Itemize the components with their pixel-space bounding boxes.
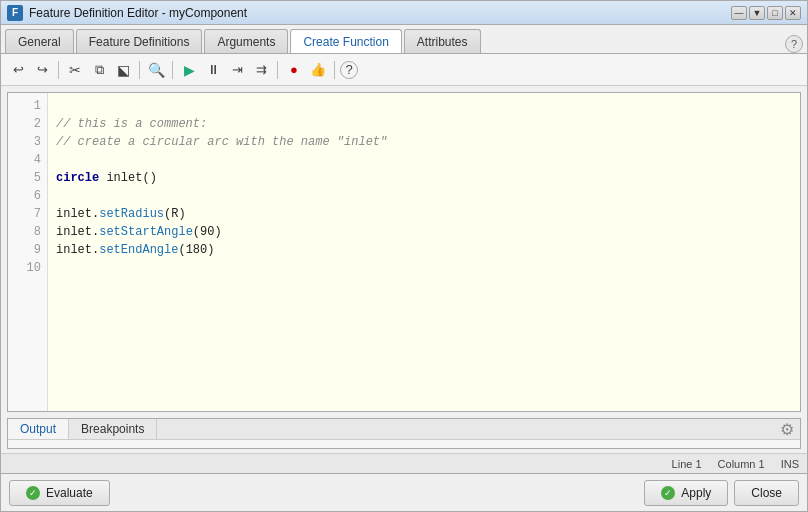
debug-button[interactable]: 👍 <box>307 59 329 81</box>
tab-arguments[interactable]: Arguments <box>204 29 288 53</box>
title-controls: — ▼ □ ✕ <box>731 6 801 20</box>
code-line-5: circle inlet() <box>56 169 792 187</box>
toolbar-sep-5 <box>334 61 335 79</box>
close-button[interactable]: ✕ <box>785 6 801 20</box>
tab-breakpoints[interactable]: Breakpoints <box>69 419 157 439</box>
code-editor[interactable]: 1 2 3 4 5 6 7 8 9 10 // this is a commen… <box>7 92 801 412</box>
evaluate-icon: ✓ <box>26 486 40 500</box>
line-num-8: 8 <box>8 223 47 241</box>
code-line-4 <box>56 151 792 169</box>
line-num-9: 9 <box>8 241 47 259</box>
toolbar-sep-4 <box>277 61 278 79</box>
breakpoint-button[interactable]: ● <box>283 59 305 81</box>
window-title: Feature Definition Editor - myComponent <box>29 6 731 20</box>
line-num-1: 1 <box>8 97 47 115</box>
toolbar-sep-3 <box>172 61 173 79</box>
output-tab-row: Output Breakpoints ⚙ <box>8 419 800 440</box>
undo-button[interactable]: ↩ <box>7 59 29 81</box>
toolbar-sep-2 <box>139 61 140 79</box>
minimize-button[interactable]: — <box>731 6 747 20</box>
tab-feature-definitions[interactable]: Feature Definitions <box>76 29 203 53</box>
main-window: F Feature Definition Editor - myComponen… <box>0 0 808 512</box>
line-num-7: 7 <box>8 205 47 223</box>
line-numbers: 1 2 3 4 5 6 7 8 9 10 <box>8 93 48 411</box>
pause-button[interactable]: ⏸ <box>202 59 224 81</box>
code-line-3: // create a circular arc with the name "… <box>56 133 792 151</box>
status-column: Column 1 <box>718 458 765 470</box>
step-button[interactable]: ⇥ <box>226 59 248 81</box>
toolbar-sep-1 <box>58 61 59 79</box>
app-icon: F <box>7 5 23 21</box>
bottom-bar: ✓ Evaluate ✓ Apply Close <box>1 473 807 511</box>
tab-create-function[interactable]: Create Function <box>290 29 401 53</box>
code-line-8: inlet.setStartAngle(90) <box>56 223 792 241</box>
status-bar: Line 1 Column 1 INS <box>1 453 807 473</box>
paste-button[interactable]: ⬕ <box>112 59 134 81</box>
status-mode: INS <box>781 458 799 470</box>
evaluate-button[interactable]: ✓ Evaluate <box>9 480 110 506</box>
tab-output[interactable]: Output <box>8 419 69 439</box>
evaluate-label: Evaluate <box>46 486 93 500</box>
right-buttons: ✓ Apply Close <box>644 480 799 506</box>
tab-bar: General Feature Definitions Arguments Cr… <box>1 25 807 54</box>
code-content[interactable]: // this is a comment: // create a circul… <box>48 93 800 411</box>
apply-button[interactable]: ✓ Apply <box>644 480 728 506</box>
cut-button[interactable]: ✂ <box>64 59 86 81</box>
tab-attributes[interactable]: Attributes <box>404 29 481 53</box>
code-line-2: // this is a comment: <box>56 115 792 133</box>
title-bar: F Feature Definition Editor - myComponen… <box>1 1 807 25</box>
line-num-3: 3 <box>8 133 47 151</box>
line-num-2: 2 <box>8 115 47 133</box>
help-toolbar-button[interactable]: ? <box>340 61 358 79</box>
close-label: Close <box>751 486 782 500</box>
line-num-10: 10 <box>8 259 47 277</box>
status-line: Line 1 <box>672 458 702 470</box>
apply-label: Apply <box>681 486 711 500</box>
code-line-1 <box>56 97 792 115</box>
maximize-button[interactable]: □ <box>767 6 783 20</box>
tab-general[interactable]: General <box>5 29 74 53</box>
line-num-5: 5 <box>8 169 47 187</box>
debug-corner-icon: ⚙ <box>780 420 800 439</box>
apply-icon: ✓ <box>661 486 675 500</box>
code-line-9: inlet.setEndAngle(180) <box>56 241 792 259</box>
restore-button[interactable]: ▼ <box>749 6 765 20</box>
help-button[interactable]: ? <box>785 35 803 53</box>
code-line-6 <box>56 187 792 205</box>
output-panel: Output Breakpoints ⚙ <box>7 418 801 449</box>
copy-button[interactable]: ⧉ <box>88 59 110 81</box>
main-area: 1 2 3 4 5 6 7 8 9 10 // this is a commen… <box>1 86 807 473</box>
find-button[interactable]: 🔍 <box>145 59 167 81</box>
line-num-6: 6 <box>8 187 47 205</box>
output-panel-wrapper: Output Breakpoints ⚙ <box>7 418 801 449</box>
line-num-4: 4 <box>8 151 47 169</box>
close-button[interactable]: Close <box>734 480 799 506</box>
run-button[interactable]: ▶ <box>178 59 200 81</box>
redo-button[interactable]: ↪ <box>31 59 53 81</box>
toolbar: ↩ ↪ ✂ ⧉ ⬕ 🔍 ▶ ⏸ ⇥ ⇉ ● 👍 ? <box>1 54 807 86</box>
indent-button[interactable]: ⇉ <box>250 59 272 81</box>
output-content <box>8 440 800 448</box>
code-line-10 <box>56 259 792 277</box>
code-line-7: inlet.setRadius(R) <box>56 205 792 223</box>
